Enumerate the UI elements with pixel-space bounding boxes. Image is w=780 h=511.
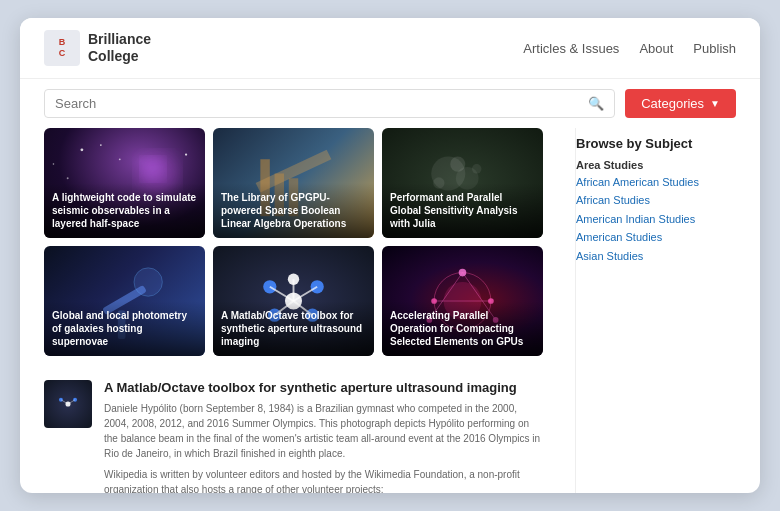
nav-about[interactable]: About: [639, 41, 673, 56]
card-3-overlay: Performant and Parallel Global Sensitivi…: [382, 183, 543, 238]
card-1[interactable]: A lightweight code to simulate seismic o…: [44, 128, 205, 238]
svg-point-16: [472, 164, 481, 173]
svg-point-1: [142, 157, 165, 180]
featured-thumb-bg: [44, 380, 92, 428]
search-input[interactable]: [55, 96, 582, 111]
logo-area: BC Brilliance College: [44, 30, 151, 66]
card-5-title: A Matlab/Octave toolbox for synthetic ap…: [221, 309, 366, 348]
featured-content: A Matlab/Octave toolbox for synthetic ap…: [104, 380, 543, 493]
search-area: 🔍 Categories ▼: [20, 79, 760, 128]
svg-point-19: [134, 268, 162, 296]
nav: Articles & Issues About Publish: [523, 41, 736, 56]
header: BC Brilliance College Articles & Issues …: [20, 18, 760, 79]
card-3-title: Performant and Parallel Global Sensitivi…: [390, 191, 535, 230]
sidebar-link-1[interactable]: African Studies: [576, 193, 744, 208]
svg-point-36: [459, 269, 467, 277]
card-grid: A lightweight code to simulate seismic o…: [44, 128, 543, 356]
search-icon: 🔍: [588, 96, 604, 111]
card-1-overlay: A lightweight code to simulate seismic o…: [44, 183, 205, 238]
featured-desc-2: Wikipedia is written by volunteer editor…: [104, 467, 543, 493]
browser-window: BC Brilliance College Articles & Issues …: [20, 18, 760, 493]
search-bar-container: 🔍: [44, 89, 615, 118]
categories-button[interactable]: Categories ▼: [625, 89, 736, 118]
card-5[interactable]: A Matlab/Octave toolbox for synthetic ap…: [213, 246, 374, 356]
sidebar-link-0[interactable]: African American Studies: [576, 175, 744, 190]
card-5-overlay: A Matlab/Octave toolbox for synthetic ap…: [213, 301, 374, 356]
sidebar-section-header: Area Studies: [576, 159, 744, 171]
svg-point-5: [185, 153, 187, 155]
sidebar-title: Browse by Subject: [576, 136, 744, 151]
svg-point-6: [67, 177, 69, 179]
logo-icon: BC: [44, 30, 80, 66]
card-1-title: A lightweight code to simulate seismic o…: [52, 191, 197, 230]
sidebar-link-2[interactable]: American Indian Studies: [576, 212, 744, 227]
sidebar-link-3[interactable]: American Studies: [576, 230, 744, 245]
nav-publish[interactable]: Publish: [693, 41, 736, 56]
card-4[interactable]: Global and local photometry of galaxies …: [44, 246, 205, 356]
featured-title: A Matlab/Octave toolbox for synthetic ap…: [104, 380, 543, 395]
featured-article: A Matlab/Octave toolbox for synthetic ap…: [44, 372, 543, 493]
nav-articles[interactable]: Articles & Issues: [523, 41, 619, 56]
svg-point-3: [100, 144, 102, 146]
svg-point-2: [80, 148, 83, 151]
sidebar-link-4[interactable]: Asian Studies: [576, 249, 744, 264]
featured-desc-1: Daniele Hypólito (born September 8, 1984…: [104, 401, 543, 461]
card-4-title: Global and local photometry of galaxies …: [52, 309, 197, 348]
svg-point-14: [450, 156, 465, 171]
svg-point-4: [119, 158, 121, 160]
articles-section: A lightweight code to simulate seismic o…: [20, 128, 567, 493]
card-4-overlay: Global and local photometry of galaxies …: [44, 301, 205, 356]
svg-point-7: [53, 163, 55, 165]
brand-name: Brilliance College: [88, 31, 151, 65]
card-2[interactable]: The Library of GPGPU-powered Sparse Bool…: [213, 128, 374, 238]
featured-thumb-visual: [44, 380, 92, 428]
featured-thumbnail: [44, 380, 92, 428]
card-2-overlay: The Library of GPGPU-powered Sparse Bool…: [213, 183, 374, 238]
main-content: A lightweight code to simulate seismic o…: [20, 128, 760, 493]
chevron-down-icon: ▼: [710, 98, 720, 109]
sidebar: Browse by Subject Area Studies African A…: [575, 128, 760, 493]
card-6-overlay: Accelerating Parallel Operation for Comp…: [382, 301, 543, 356]
card-3[interactable]: Performant and Parallel Global Sensitivi…: [382, 128, 543, 238]
card-2-title: The Library of GPGPU-powered Sparse Bool…: [221, 191, 366, 230]
card-6[interactable]: Accelerating Parallel Operation for Comp…: [382, 246, 543, 356]
card-6-title: Accelerating Parallel Operation for Comp…: [390, 309, 535, 348]
